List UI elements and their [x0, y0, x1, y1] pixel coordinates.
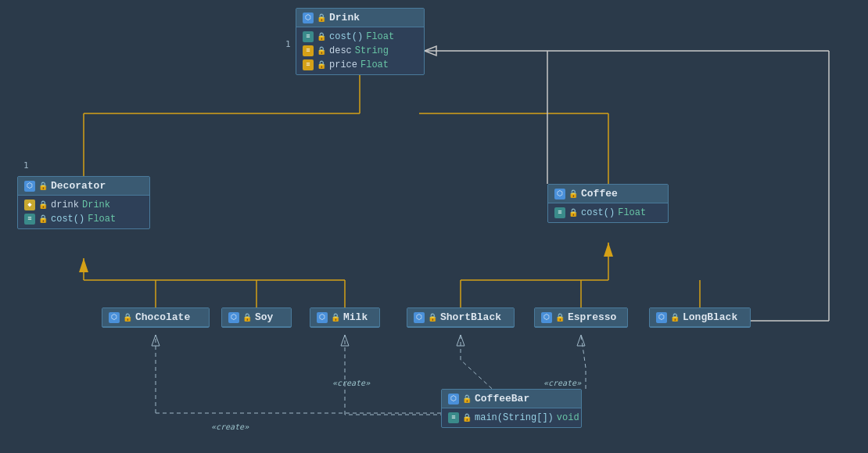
- field-type: Drink: [82, 200, 110, 210]
- class-espresso-header: ⬡ 🔒 Espresso: [535, 308, 627, 327]
- interface-icon: ⬡: [228, 312, 239, 323]
- class-milk-header: ⬡ 🔒 Milk: [310, 308, 379, 327]
- class-longblack: ⬡ 🔒 LongBlack: [649, 307, 751, 328]
- svg-line-6: [420, 61, 608, 113]
- lock-icon: 🔒: [317, 46, 326, 56]
- class-decorator: ⬡ 🔒 Decorator ◆ 🔒 drink Drink ≡ 🔒 cost()…: [17, 176, 150, 229]
- method-name: main(String[]): [475, 412, 554, 423]
- lock-icon: 🔒: [38, 182, 48, 191]
- coffee-method-cost: ≡ 🔒 cost() Float: [554, 206, 662, 220]
- label-create-2: «create»: [543, 379, 581, 387]
- drink-field-price: ≡ 🔒 price Float: [303, 58, 418, 72]
- svg-line-34: [581, 335, 586, 368]
- interface-icon: ⬡: [24, 181, 35, 192]
- lock-icon: 🔒: [428, 313, 437, 322]
- label-1-drink: 1: [285, 39, 291, 49]
- class-decorator-header: ⬡ 🔒 Decorator: [18, 177, 149, 196]
- class-coffeebar-body: ≡ 🔒 main(String[]) void: [442, 408, 581, 427]
- class-coffee: ⬡ 🔒 Coffee ≡ 🔒 cost() Float: [547, 184, 669, 223]
- method-name: cost(): [581, 207, 615, 218]
- lock-icon: 🔒: [462, 413, 472, 422]
- lock-icon: 🔒: [38, 200, 48, 210]
- field-icon: ≡: [303, 59, 314, 70]
- class-chocolate: ⬡ 🔒 Chocolate: [102, 307, 210, 328]
- lock-icon: 🔒: [555, 313, 565, 322]
- class-longblack-header: ⬡ 🔒 LongBlack: [650, 308, 750, 327]
- lock-icon: 🔒: [569, 208, 578, 218]
- interface-icon: ⬡: [656, 312, 667, 323]
- decorator-field-drink: ◆ 🔒 drink Drink: [24, 198, 143, 212]
- lock-icon: 🔒: [317, 60, 326, 70]
- uml-diagram: 1 1 ⬡ 🔒 Drink ≡ 🔒 cost() Float ≡ 🔒 desc …: [0, 0, 868, 453]
- interface-icon: ⬡: [541, 312, 552, 323]
- method-type: void: [557, 412, 579, 423]
- class-chocolate-header: ⬡ 🔒 Chocolate: [102, 308, 209, 327]
- interface-icon: ⬡: [109, 312, 120, 323]
- class-shortblack-name: ShortBlack: [440, 311, 501, 323]
- label-create-3: «create»: [211, 422, 249, 431]
- lock-icon: 🔒: [462, 394, 472, 404]
- class-milk: ⬡ 🔒 Milk: [310, 307, 380, 328]
- interface-icon: ⬡: [317, 312, 328, 323]
- drink-method-cost: ≡ 🔒 cost() Float: [303, 30, 418, 44]
- field-name: desc: [329, 45, 352, 56]
- svg-marker-38: [457, 335, 464, 346]
- svg-marker-15: [79, 258, 88, 272]
- method-type: Float: [618, 207, 646, 218]
- class-espresso: ⬡ 🔒 Espresso: [534, 307, 628, 328]
- class-coffeebar: ⬡ 🔒 CoffeeBar ≡ 🔒 main(String[]) void: [441, 389, 582, 428]
- svg-marker-32: [341, 335, 349, 346]
- lock-icon: 🔒: [242, 313, 252, 322]
- coffeebar-method-main: ≡ 🔒 main(String[]) void: [448, 411, 575, 425]
- field-name: drink: [51, 200, 79, 210]
- lock-icon: 🔒: [317, 13, 326, 23]
- class-decorator-name: Decorator: [51, 180, 106, 192]
- class-milk-name: Milk: [343, 311, 368, 323]
- lock-icon: 🔒: [123, 313, 132, 322]
- method-type: Float: [366, 31, 394, 42]
- interface-icon: ⬡: [554, 189, 565, 200]
- field-type: Float: [360, 59, 389, 70]
- method-icon: ≡: [448, 412, 459, 423]
- field-name: price: [329, 59, 357, 70]
- interface-icon: ⬡: [414, 312, 425, 323]
- class-shortblack-header: ⬡ 🔒 ShortBlack: [407, 308, 514, 327]
- lock-icon: 🔒: [317, 32, 326, 41]
- class-decorator-body: ◆ 🔒 drink Drink ≡ 🔒 cost() Float: [18, 196, 149, 228]
- interface-icon: ⬡: [303, 13, 314, 23]
- method-icon: ≡: [303, 31, 314, 42]
- class-drink-body: ≡ 🔒 cost() Float ≡ 🔒 desc String ≡ 🔒 pri…: [296, 27, 424, 74]
- class-soy-name: Soy: [255, 311, 273, 323]
- class-coffee-body: ≡ 🔒 cost() Float: [548, 203, 668, 222]
- class-shortblack: ⬡ 🔒 ShortBlack: [407, 307, 515, 328]
- class-chocolate-name: Chocolate: [135, 311, 190, 323]
- svg-marker-9: [425, 46, 436, 56]
- svg-marker-35: [577, 335, 585, 346]
- class-coffee-name: Coffee: [581, 188, 618, 200]
- class-soy: ⬡ 🔒 Soy: [221, 307, 292, 328]
- field-icon: ≡: [303, 45, 314, 56]
- lock-icon: 🔒: [38, 214, 48, 224]
- method-icon: ≡: [24, 214, 35, 225]
- class-drink-name: Drink: [329, 12, 360, 23]
- method-name: cost(): [51, 214, 84, 225]
- lock-icon: 🔒: [670, 313, 680, 322]
- field-type: String: [355, 45, 389, 56]
- svg-marker-22: [604, 243, 613, 257]
- label-create-1: «create»: [332, 379, 370, 387]
- method-type: Float: [88, 214, 116, 225]
- class-soy-header: ⬡ 🔒 Soy: [222, 308, 291, 327]
- class-longblack-name: LongBlack: [683, 311, 737, 323]
- method-name: cost(): [329, 31, 363, 42]
- drink-field-desc: ≡ 🔒 desc String: [303, 44, 418, 58]
- class-drink: ⬡ 🔒 Drink ≡ 🔒 cost() Float ≡ 🔒 desc Stri…: [296, 8, 425, 75]
- lock-icon: 🔒: [331, 313, 340, 322]
- label-1-decorator: 1: [23, 160, 29, 171]
- class-drink-header: ⬡ 🔒 Drink: [296, 9, 424, 27]
- decorator-method-cost: ≡ 🔒 cost() Float: [24, 212, 143, 226]
- svg-marker-29: [152, 335, 160, 346]
- class-coffeebar-header: ⬡ 🔒 CoffeeBar: [442, 390, 581, 408]
- class-coffee-header: ⬡ 🔒 Coffee: [548, 185, 668, 203]
- lock-icon: 🔒: [569, 189, 578, 199]
- method-icon: ≡: [554, 207, 565, 218]
